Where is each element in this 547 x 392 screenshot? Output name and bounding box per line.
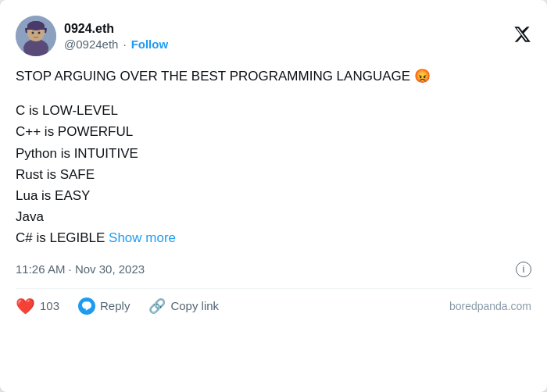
tweet-line-python: Python is INTUITIVE xyxy=(16,143,531,164)
tweet-header: 0924.eth @0924eth · Follow xyxy=(16,16,531,56)
dot-separator: · xyxy=(123,37,126,51)
reply-label: Reply xyxy=(100,299,130,312)
svg-point-4 xyxy=(32,32,34,34)
heart-action[interactable]: ❤️ 103 xyxy=(16,297,59,315)
reply-icon xyxy=(78,298,95,315)
tweet-header-left: 0924.eth @0924eth · Follow xyxy=(16,16,168,56)
show-more-link[interactable]: Show more xyxy=(109,230,176,245)
actions-left: ❤️ 103 Reply 🔗 Copy link xyxy=(16,297,219,315)
tweet-timestamp-row: 11:26 AM · Nov 30, 2023 i xyxy=(16,262,531,277)
handle-follow-row: @0924eth · Follow xyxy=(64,37,168,51)
tweet-timestamp: 11:26 AM · Nov 30, 2023 xyxy=(16,262,145,276)
tweet-line-c: C is LOW-LEVEL xyxy=(16,100,531,121)
watermark: boredpanda.com xyxy=(449,300,531,312)
copy-link-icon: 🔗 xyxy=(148,298,166,315)
tweet-card: 0924.eth @0924eth · Follow STOP ARGUING … xyxy=(0,0,547,392)
copy-link-label: Copy link xyxy=(170,299,219,312)
tweet-actions: ❤️ 103 Reply 🔗 Copy link boredpanda.com xyxy=(16,297,531,315)
svg-point-5 xyxy=(38,32,41,34)
tweet-line-lua: Lua is EASY xyxy=(16,185,531,206)
display-name: 0924.eth xyxy=(64,22,168,36)
tweet-body: STOP ARGUING OVER THE BEST PROGRAMMING L… xyxy=(16,66,531,249)
user-handle: @0924eth xyxy=(64,37,118,51)
tweet-line-1: STOP ARGUING OVER THE BEST PROGRAMMING L… xyxy=(16,66,531,87)
copy-link-action[interactable]: 🔗 Copy link xyxy=(148,298,219,315)
divider xyxy=(16,288,531,289)
tweet-line-java: Java xyxy=(16,206,531,227)
x-logo-icon[interactable] xyxy=(513,25,531,47)
info-icon[interactable]: i xyxy=(516,262,531,277)
tweet-line-rust: Rust is SAFE xyxy=(16,164,531,185)
user-info: 0924.eth @0924eth · Follow xyxy=(64,22,168,51)
actions-right: boredpanda.com xyxy=(449,300,531,312)
follow-button[interactable]: Follow xyxy=(131,37,169,51)
heart-icon: ❤️ xyxy=(16,297,35,315)
reply-action[interactable]: Reply xyxy=(78,298,130,315)
avatar xyxy=(16,16,56,56)
heart-count: 103 xyxy=(40,299,59,312)
tweet-line-cpp: C++ is POWERFUL xyxy=(16,121,531,142)
tweet-line-csharp: C# is LEGIBLE Show more xyxy=(16,227,531,248)
